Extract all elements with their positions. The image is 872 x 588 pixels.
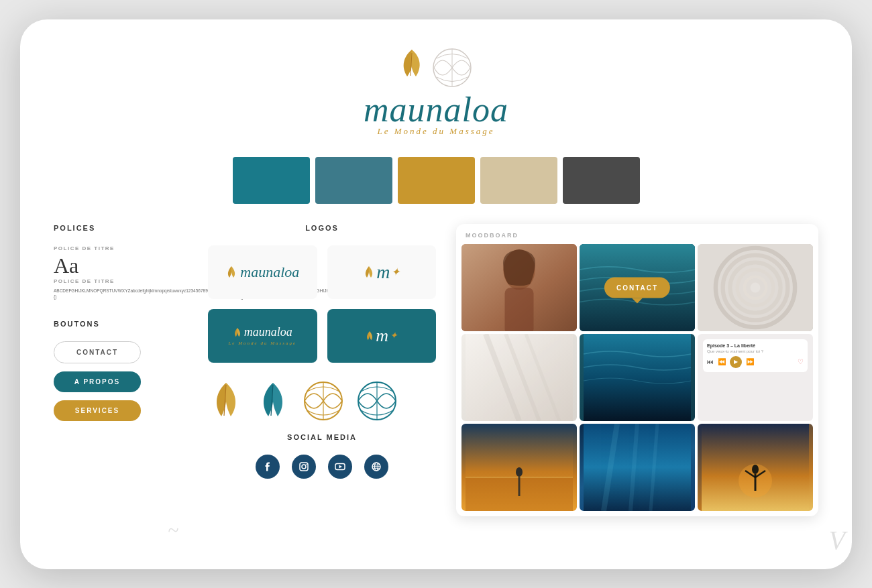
social-section: SOCIAL MEDIA [208,433,436,479]
logo-text: maunaloa [364,90,508,129]
logo-light-full-inner: maunaloa [225,263,299,281]
photo-woman-cell [461,244,577,331]
logo-dark-script: ✦ [390,330,398,341]
podcast-play-btn[interactable]: ▶ [730,356,742,368]
logos-row-2: maunaloa Le Monde du Massage m [208,309,436,363]
logo-light-m-text: m [376,261,390,283]
ball-gold-icon [302,379,345,423]
photo-water-mid-cell [580,334,695,421]
color-swatch-dark-gray [563,157,640,204]
facebook-icon[interactable] [256,455,280,479]
svg-rect-19 [505,288,534,331]
podcast-forward-btn[interactable]: ⏩ [746,358,754,365]
water-mid-svg [580,334,695,421]
svg-rect-9 [300,463,308,471]
color-swatch-gold [398,157,475,204]
leaf-teal-icon [255,379,292,423]
svg-point-37 [516,467,523,477]
moodboard-grid: CONTACT [461,244,813,511]
svg-point-10 [302,465,306,469]
sunset-svg [461,424,577,511]
youtube-svg [335,461,345,472]
brand-subtitle: Le Monde du Massage [377,126,494,137]
photo-underwater-cell [580,424,695,511]
small-leaf-icon-4 [365,330,374,342]
logos-title: LOGOS [208,224,436,232]
photo-spiral-cell [698,244,813,331]
photo-sunset2-cell [698,424,813,511]
logos-grid: maunaloa m ✦ [208,245,436,423]
logo-light-text: maunaloa [240,263,299,281]
podcast-rewind-btn[interactable]: ⏪ [718,358,726,365]
logo-light-icon-inner: m ✦ [363,261,400,283]
spiral-svg [698,244,813,331]
boutons-section: CONTACT A PROPOS SERVICES [54,341,188,421]
main-content: POLICES POLICE DE TITRE Aa POLICE DE TIT… [54,224,818,516]
logo-dark-icon: m ✦ [327,309,437,363]
watermark-v: V [829,524,845,556]
ball-teal-icon [356,379,399,423]
shadow-svg [461,334,577,421]
polices-title: POLICES [54,224,188,232]
photo-sunset-cell [461,424,577,511]
photo-water-top-cell: CONTACT [580,244,695,331]
color-swatch-teal-medium [315,157,392,204]
globe-icon[interactable] [364,455,388,479]
apropos-button[interactable]: A PROPOS [54,371,141,392]
instagram-icon[interactable] [292,455,316,479]
logo-ball-icon [429,46,476,90]
icons-row [208,379,436,423]
police-titre-label: POLICE DE TITRE [54,245,227,251]
small-leaf-icon-3 [233,327,242,339]
leaf-gold-icon [208,379,245,423]
logo-container: maunaloa Le Monde du Massage [364,46,508,137]
middle-panel: LOGOS maunaloa [208,224,436,516]
globe-svg [371,461,382,472]
social-media-title: SOCIAL MEDIA [208,433,436,441]
color-swatches [54,157,818,204]
right-panel: MOODBOARD [456,224,818,516]
logo-icon-group [397,46,476,90]
services-button[interactable]: SERVICES [54,400,141,421]
social-icons-row [208,455,436,479]
logo-light-script: ✦ [391,266,400,278]
logo-leaf-icon [397,46,427,83]
left-panel: POLICES POLICE DE TITRE Aa POLICE DE TIT… [54,224,188,516]
podcast-subtitle: Que veux-tu vraiment pour toi ? [707,349,804,353]
instagram-svg [298,461,309,472]
color-swatch-teal-dark [233,157,310,204]
facebook-svg [262,461,273,472]
logo-dark-text: maunaloa [244,325,292,339]
logo-light-icon: m ✦ [327,245,437,299]
svg-marker-13 [339,465,343,468]
logo-dark-full-inner: maunaloa Le Monde du Massage [228,325,296,346]
police-titre-col: POLICE DE TITRE Aa POLICE DE TITRE ABCDE… [54,245,227,300]
contact-badge[interactable]: CONTACT [604,277,670,298]
police-titre-chars: ABCDEFGHIJKLMNOPQRSTUVWXYZabcdefghijklmn… [54,288,227,300]
moodboard-label: MOODBOARD [461,229,813,244]
podcast-controls: ⏮ ⏪ ▶ ⏩ ♡ [707,356,804,368]
logo-dark-full: maunaloa Le Monde du Massage [208,309,317,363]
logo-dark-icon-inner: m ✦ [365,326,398,346]
device-frame: maunaloa Le Monde du Massage POLICES POL… [20,19,852,569]
woman-svg [461,244,577,331]
podcast-prev-btn[interactable]: ⏮ [707,358,714,365]
sunset2-svg [698,424,813,511]
police-titre-sample: Aa [54,255,227,276]
small-leaf-icon-2 [363,265,375,280]
podcast-card: Episode 3 – La liberté Que veux-tu vraim… [703,339,808,372]
contact-button[interactable]: CONTACT [54,341,141,363]
youtube-icon[interactable] [328,455,352,479]
photo-shadow-cell [461,334,577,421]
svg-point-11 [306,463,307,465]
logos-row-1: maunaloa m ✦ [208,245,436,299]
boutons-title: BOUTONS [54,320,188,328]
small-leaf-icon [225,265,237,280]
left-decoration: ~ [168,519,208,542]
police-titre-label2: POLICE DE TITRE [54,278,227,284]
logo-dark-row: maunaloa [233,325,292,339]
polices-section: POLICE DE TITRE Aa POLICE DE TITRE ABCDE… [54,245,188,300]
brand-name: maunaloa [364,90,508,129]
color-swatch-beige [480,157,557,204]
podcast-heart-btn[interactable]: ♡ [798,358,804,365]
